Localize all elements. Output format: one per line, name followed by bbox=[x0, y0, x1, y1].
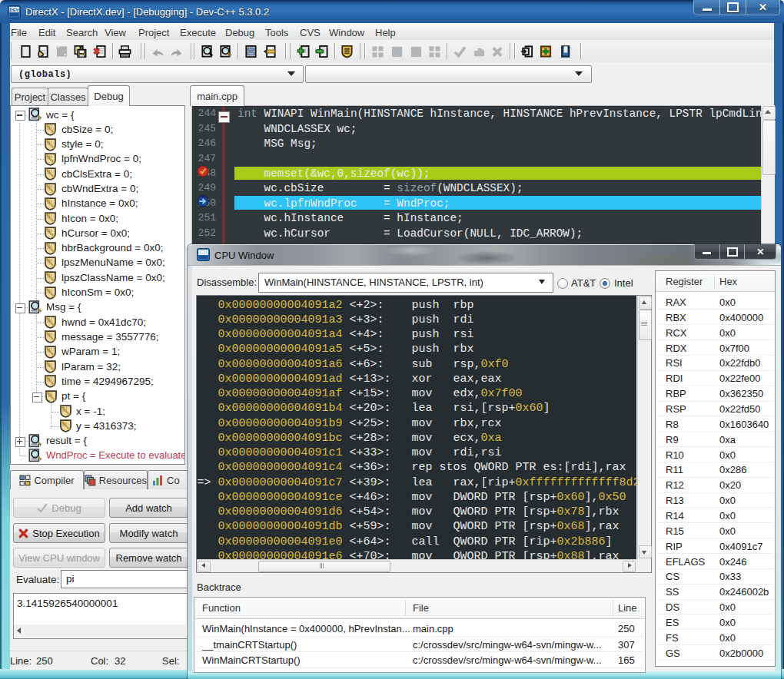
svg-text:DEV: DEV bbox=[9, 8, 18, 12]
